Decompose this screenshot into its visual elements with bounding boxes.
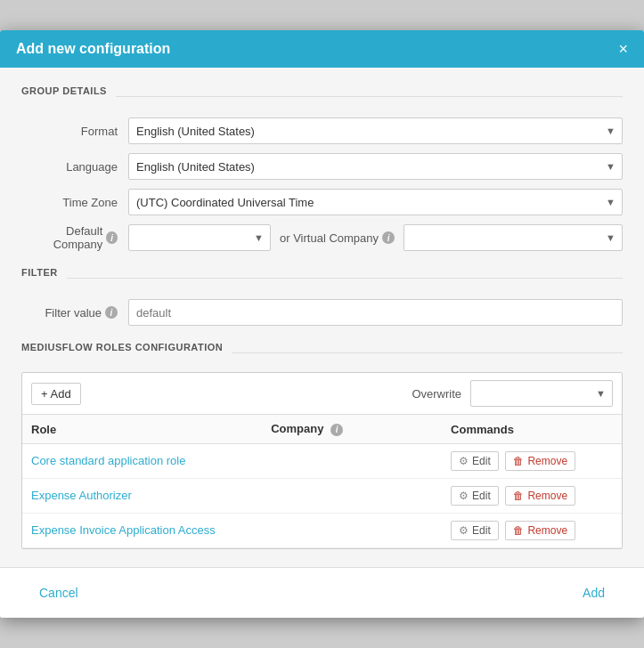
modal: Add new configuration × GROUP DETAILS Fo… xyxy=(0,30,644,618)
or-virtual-label: or Virtual Company i xyxy=(271,231,404,245)
filter-section-title: FILTER xyxy=(21,267,58,278)
col-header-role: Role xyxy=(22,415,262,443)
remove-button[interactable]: 🗑 Remove xyxy=(505,486,575,506)
virtual-company-select-wrapper: Virtual A ▼ xyxy=(404,224,623,251)
remove-button[interactable]: 🗑 Remove xyxy=(505,521,575,540)
timezone-group: Time Zone (UTC) Coordinated Universal Ti… xyxy=(21,189,623,215)
virtual-company-select[interactable]: Virtual A xyxy=(404,224,623,251)
default-company-info-icon[interactable]: i xyxy=(106,231,118,244)
format-label: Format xyxy=(21,125,128,138)
roles-section: MEDIUSFLOW ROLES CONFIGURATION + Add Ove… xyxy=(21,342,623,549)
language-label: Language xyxy=(21,160,128,174)
roles-table-body: Core standard application role ⚙ Edit 🗑 xyxy=(22,443,622,547)
overwrite-select[interactable]: Option A xyxy=(470,380,613,407)
add-button[interactable]: Add xyxy=(565,580,623,605)
roles-section-title: MEDIUSFLOW ROLES CONFIGURATION xyxy=(21,342,223,352)
default-company-select[interactable]: Default Company xyxy=(128,224,271,251)
overwrite-label: Overwrite xyxy=(412,387,461,401)
group-details-section: GROUP DETAILS Format English (United Sta… xyxy=(21,85,623,251)
filter-section: FILTER Filter value i xyxy=(21,267,623,326)
filter-label: Filter value i xyxy=(21,306,128,320)
remove-button[interactable]: 🗑 Remove xyxy=(505,451,575,471)
trash-icon: 🗑 xyxy=(513,455,524,467)
cancel-button[interactable]: Cancel xyxy=(21,580,96,605)
format-select-wrapper: English (United States) English (United … xyxy=(128,117,623,144)
edit-button[interactable]: ⚙ Edit xyxy=(451,486,499,506)
role-cell: Expense Authorizer xyxy=(22,478,262,513)
add-role-button[interactable]: + Add xyxy=(31,383,81,405)
modal-footer: Cancel Add xyxy=(0,567,644,618)
close-button[interactable]: × xyxy=(618,41,628,57)
trash-icon: 🗑 xyxy=(513,490,524,502)
format-select[interactable]: English (United States) English (United … xyxy=(128,117,623,144)
format-group: Format English (United States) English (… xyxy=(21,117,623,144)
col-header-company: Company i xyxy=(262,415,442,443)
modal-header: Add new configuration × xyxy=(0,30,644,68)
timezone-select[interactable]: (UTC) Coordinated Universal Time (UTC+01… xyxy=(128,189,623,215)
edit-button[interactable]: ⚙ Edit xyxy=(451,521,499,540)
company-row: Default Company i Default Company ▼ or V… xyxy=(21,224,623,251)
overwrite-select-wrapper: Option A ▼ xyxy=(470,380,613,407)
col-header-commands: Commands xyxy=(442,415,622,443)
commands-cell: ⚙ Edit 🗑 Remove xyxy=(442,513,622,547)
gear-icon: ⚙ xyxy=(459,490,469,502)
gear-icon: ⚙ xyxy=(459,524,469,537)
roles-table-head: Role Company i Commands xyxy=(22,415,622,443)
roles-table-scroll[interactable]: Role Company i Commands Core standard ap… xyxy=(22,415,622,548)
timezone-label: Time Zone xyxy=(21,196,128,209)
commands-cell: ⚙ Edit 🗑 Remove xyxy=(442,443,622,478)
roles-table-container: + Add Overwrite Option A ▼ xyxy=(21,372,623,549)
role-cell: Core standard application role xyxy=(22,443,262,478)
edit-button[interactable]: ⚙ Edit xyxy=(451,451,499,471)
virtual-company-info-icon[interactable]: i xyxy=(382,231,395,244)
company-cell xyxy=(262,478,442,513)
table-row: Expense Authorizer ⚙ Edit 🗑 xyxy=(22,478,622,513)
filter-info-icon[interactable]: i xyxy=(105,306,118,319)
role-cell: Expense Invoice Application Access xyxy=(22,513,262,547)
roles-table: Role Company i Commands Core standard ap… xyxy=(22,415,622,548)
filter-input[interactable] xyxy=(128,299,623,326)
group-details-title: GROUP DETAILS xyxy=(21,85,107,96)
language-select[interactable]: English (United States) English (United … xyxy=(128,153,623,180)
language-select-wrapper: English (United States) English (United … xyxy=(128,153,623,180)
modal-title: Add new configuration xyxy=(16,41,170,57)
table-row: Expense Invoice Application Access ⚙ Edi… xyxy=(22,513,622,547)
default-company-select-wrapper: Default Company ▼ xyxy=(128,224,271,251)
modal-body: GROUP DETAILS Format English (United Sta… xyxy=(0,68,644,567)
default-company-label: Default Company i xyxy=(21,224,128,251)
language-group: Language English (United States) English… xyxy=(21,153,623,180)
timezone-select-wrapper: (UTC) Coordinated Universal Time (UTC+01… xyxy=(128,189,623,215)
table-row: Core standard application role ⚙ Edit 🗑 xyxy=(22,443,622,478)
company-cell xyxy=(262,443,442,478)
gear-icon: ⚙ xyxy=(459,455,469,467)
roles-toolbar: + Add Overwrite Option A ▼ xyxy=(22,373,622,415)
company-col-info-icon[interactable]: i xyxy=(330,424,343,436)
company-cell xyxy=(262,513,442,547)
commands-cell: ⚙ Edit 🗑 Remove xyxy=(442,478,622,513)
trash-icon: 🗑 xyxy=(513,524,524,537)
filter-group: Filter value i xyxy=(21,299,623,326)
